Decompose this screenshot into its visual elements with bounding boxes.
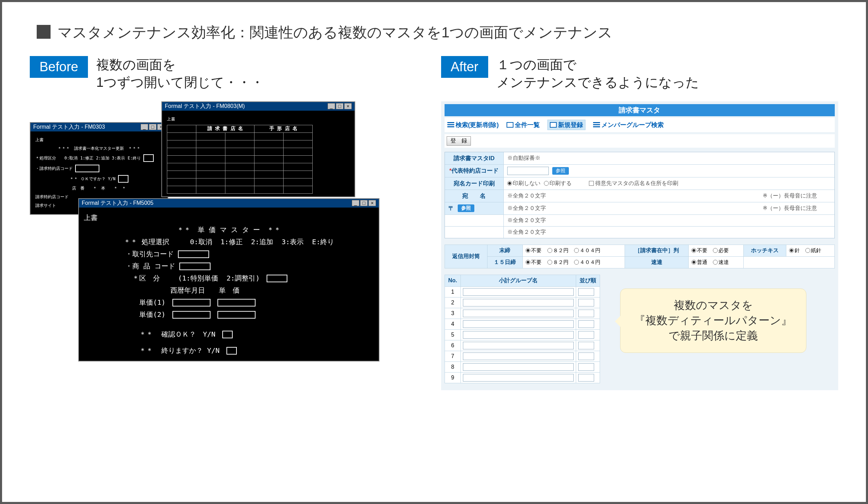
cell-no: 6 <box>445 340 461 351</box>
tab-member[interactable]: メンバーグループ検索 <box>593 121 664 129</box>
overwrite-label: 上書 <box>84 213 374 222</box>
legacy-unit2: 単価(2) <box>84 310 374 319</box>
label-zip: 〒 参照 <box>445 202 504 214</box>
col-no: No. <box>445 275 461 286</box>
zip-lookup-button[interactable]: 参照 <box>458 204 474 212</box>
win3-title: Formal テスト入力 - FM5005 <box>82 200 153 207</box>
label-shop-code: 代表特約店コード <box>445 165 504 177</box>
shop-code-input[interactable] <box>507 167 549 175</box>
legacy-labels: 店 番 ＊ 本 ＊ ＊ <box>35 185 163 191</box>
price1-input[interactable] <box>217 299 256 306</box>
group-name-input[interactable] <box>463 363 574 371</box>
page-icon <box>507 122 513 128</box>
label-envelope: 返信用封筒 <box>445 245 487 268</box>
order-input[interactable] <box>578 288 594 296</box>
legacy-grid-table: 請 求 書 店 名手 形 店 名 <box>167 125 313 194</box>
group-name-input[interactable] <box>463 342 574 349</box>
partner-input[interactable] <box>75 165 99 172</box>
ok-input[interactable] <box>118 175 128 183</box>
after-tabs: 検索(更新/削除) 全件一覧 新規登録 メンバーグループ検索 <box>445 118 835 132</box>
radio-print-no[interactable]: 印刷しない <box>507 180 540 187</box>
tab-search[interactable]: 検索(更新/削除) <box>447 121 499 129</box>
order-input[interactable] <box>578 331 594 339</box>
legacy-window-price: Formal テスト入力 - FM5005 _□× 上書 ＊＊ 単 価 マ ス … <box>78 198 379 361</box>
overwrite-label: 上書 <box>167 116 350 122</box>
order-input[interactable] <box>578 352 594 360</box>
cell-no: 5 <box>445 329 461 340</box>
page-title: マスタメンテナンス効率化：関連性のある複数のマスタを1つの画面でメンテナンス <box>37 23 838 42</box>
order-input[interactable] <box>578 374 594 382</box>
item-input[interactable] <box>179 263 211 270</box>
win1-title: Formal テスト入力 - FM0303 <box>33 123 105 131</box>
label-15: １５日締 <box>487 256 523 268</box>
order-input[interactable] <box>578 299 594 306</box>
group-name-input[interactable] <box>463 320 574 328</box>
cell-no: 4 <box>445 319 461 329</box>
order-input[interactable] <box>578 342 594 349</box>
tab-new[interactable]: 新規登録 <box>547 120 585 130</box>
order-input[interactable] <box>578 310 594 317</box>
legacy-item: ・商 品 コード <box>84 262 374 271</box>
legacy-partner: ・請求特約店コード <box>35 165 163 172</box>
legacy-ok: ＊＊ ＯＫですか？ Y/N <box>35 175 163 183</box>
check-print-addr[interactable]: 得意先マスタの店名＆住所を印刷 <box>589 180 678 187</box>
main-form: 請求書マスタID ※自動採番※ 代表特約店コード 参照 宛名カード印刷 印刷 <box>445 152 835 238</box>
legacy-end: ＊＊ 終りますか？ Y/N <box>84 346 374 355</box>
order-input[interactable] <box>578 363 594 371</box>
label-mattan: 末締 <box>487 245 523 256</box>
cat-input[interactable] <box>267 275 287 282</box>
proc-input[interactable] <box>143 154 154 162</box>
legacy-heading: ＊＊ 単 価 マ ス タ ー ＊＊ <box>84 225 374 235</box>
date2-input[interactable] <box>172 311 211 319</box>
label-blank <box>445 215 504 226</box>
win2-title: Formal テスト入力 - FM0803(M) <box>165 103 245 110</box>
table-row: 1 <box>445 286 600 297</box>
order-input[interactable] <box>578 320 594 328</box>
radio-stamp-fuyo[interactable]: 不要 <box>691 247 707 253</box>
legacy-proc: ＊処理区分 0:取消 1:修正 2:追加 3:表示 E:終り <box>35 154 163 162</box>
value-master-id: ※自動採番※ <box>504 152 835 164</box>
cell-no: 2 <box>445 297 461 308</box>
price2-input[interactable] <box>217 311 256 319</box>
radio-15-404[interactable]: ４０４円 <box>574 259 600 265</box>
radio-15-82[interactable]: ８２円 <box>547 259 569 265</box>
radio-futsu[interactable]: 普通 <box>691 259 707 265</box>
table-row: 2 <box>445 297 600 308</box>
group-name-input[interactable] <box>463 374 574 382</box>
before-pill: Before <box>30 56 88 78</box>
cell-no: 3 <box>445 308 461 319</box>
lookup-button[interactable]: 参照 <box>552 167 569 175</box>
label-sokutatsu: 速達 <box>625 256 689 268</box>
list-icon <box>447 122 454 128</box>
radio-print-yes[interactable]: 印刷する <box>544 180 572 187</box>
group-name-input[interactable] <box>463 288 574 296</box>
radio-mattan-82[interactable]: ８２円 <box>547 247 569 253</box>
end-input[interactable] <box>226 347 237 355</box>
radio-mattan-404[interactable]: ４０４円 <box>574 247 600 253</box>
tab-all[interactable]: 全件一覧 <box>507 121 540 129</box>
group-name-input[interactable] <box>463 331 574 339</box>
radio-stamp-hitsuyo[interactable]: 必要 <box>713 247 729 253</box>
date1-input[interactable] <box>172 299 211 306</box>
radio-sokutatsu[interactable]: 速達 <box>713 259 729 265</box>
register-button[interactable]: 登 録 <box>447 136 471 146</box>
envelope-options: 返信用封筒 末締 不要 ８２円 ４０４円 ［請求書在中］判 不要 必要 ホッチキ… <box>445 245 835 268</box>
list-icon <box>593 122 600 128</box>
group-name-input[interactable] <box>463 352 574 360</box>
cell-no: 7 <box>445 351 461 361</box>
note-full20: ※全角２０文字 <box>507 205 546 212</box>
group-name-input[interactable] <box>463 310 574 317</box>
radio-15-fuyo[interactable]: 不要 <box>526 259 542 265</box>
callout-note: 複数のマスタを 『複数ディティールパターン』 で親子関係に定義 <box>620 288 806 353</box>
window-controls-icon[interactable]: _□× <box>327 103 352 109</box>
cell-no: 8 <box>445 361 461 372</box>
partner-input[interactable] <box>178 250 209 258</box>
radio-hari[interactable]: 針 <box>789 247 800 253</box>
after-subhead: １つの画面で メンテナンスできるようになった <box>496 56 699 92</box>
confirm-input[interactable] <box>222 331 233 338</box>
radio-mattan-fuyo[interactable]: 不要 <box>526 247 542 253</box>
radio-kamihari[interactable]: 紙針 <box>805 247 821 253</box>
note-full20: ※全角２０文字 <box>507 192 546 200</box>
group-name-input[interactable] <box>463 299 574 306</box>
window-controls-icon[interactable]: _□× <box>351 200 376 206</box>
